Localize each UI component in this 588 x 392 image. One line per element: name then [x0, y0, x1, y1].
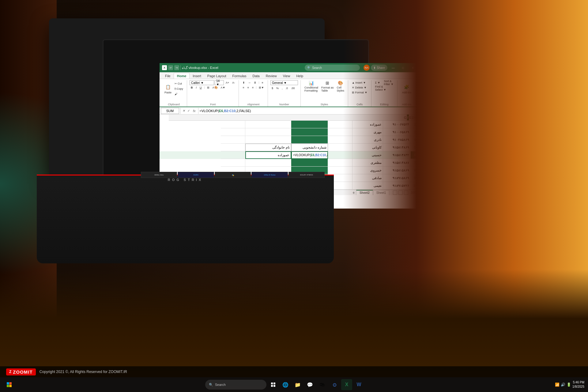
clipboard-row: 📋 Paste ✂ Cut ⎘ Copy: [163, 80, 184, 97]
cell-g3[interactable]: [221, 128, 245, 136]
font-color-button[interactable]: A▼: [220, 85, 227, 90]
format-as-table-button[interactable]: ⊞ Format asTable: [320, 80, 335, 92]
bold-button[interactable]: B: [190, 85, 194, 90]
font-family-dropdown[interactable]: Calibri ▼: [190, 80, 214, 85]
align-right-button[interactable]: ≡: [251, 85, 255, 90]
spec-bar: 300Hz 3ms AURA 🎭 100w AI Noise DOLBY ATM…: [141, 172, 325, 178]
tab-insert[interactable]: Insert: [190, 73, 204, 79]
formula-divider2: [198, 108, 198, 114]
cell-e3[interactable]: [291, 128, 328, 136]
cell-e2[interactable]: [291, 121, 328, 128]
tab-home[interactable]: Home: [174, 73, 190, 79]
taskbar: 🔍 Search 🌐 📁 💬 🛍 ⊙ X W 📶 🔊 🔋 5:46 PM 1/8…: [0, 377, 588, 392]
separator: [259, 81, 259, 84]
zoomit-brand-text: ZOOMIT: [13, 369, 32, 375]
redo-btn[interactable]: ↪: [174, 65, 179, 70]
cut-button[interactable]: ✂ Cut: [173, 81, 184, 86]
zoomit-z-icon: Z: [9, 370, 12, 374]
paste-label: Paste: [164, 91, 172, 94]
taskbar-search-bar[interactable]: 🔍 Search: [205, 380, 266, 390]
cell-g2[interactable]: [221, 121, 245, 128]
tab-formulas[interactable]: Formulas: [229, 73, 250, 79]
number-label: Number: [270, 102, 298, 107]
tab-file[interactable]: File: [162, 73, 174, 79]
cell-f7[interactable]: [245, 159, 291, 167]
border-button[interactable]: ⊞: [206, 85, 211, 90]
edge-icon[interactable]: 🌐: [280, 379, 291, 390]
cell-f3[interactable]: [245, 128, 291, 136]
italic-button[interactable]: I: [195, 85, 198, 90]
confirm-formula-icon[interactable]: ✓: [187, 109, 190, 112]
align-top-button[interactable]: ⬆: [241, 80, 246, 85]
svg-rect-6: [271, 385, 273, 387]
paste-button[interactable]: 📋 Paste: [163, 80, 173, 97]
cell-g5[interactable]: [221, 144, 245, 151]
cell-e4[interactable]: [291, 136, 328, 144]
formula-arg1: E6: [219, 109, 223, 113]
copy-label: Copy: [177, 87, 183, 90]
cell-g6[interactable]: [221, 151, 245, 159]
percent-button[interactable]: %: [275, 86, 280, 91]
align-left-button[interactable]: ≡: [241, 85, 245, 90]
decrease-font-button[interactable]: A-: [231, 80, 236, 85]
fill-color-button[interactable]: A🎨: [211, 85, 219, 90]
underline-button[interactable]: U: [198, 85, 203, 90]
font-row1: Calibri ▼ 14 ▼ A+ A-: [190, 80, 236, 85]
battery-icon: 🔋: [567, 383, 571, 387]
cell-f2[interactable]: [245, 121, 291, 128]
copy-button[interactable]: ⎘ Copy: [173, 86, 184, 91]
excel-taskbar-icon[interactable]: X: [341, 379, 352, 390]
taskbar-search-text: Search: [215, 383, 226, 386]
increase-font-button[interactable]: A+: [224, 80, 230, 85]
paste-icon: 📋: [165, 84, 172, 90]
zoomit-logo: Z ZOOMIT: [6, 368, 36, 375]
decrease-decimal-button[interactable]: .00: [290, 86, 296, 91]
cancel-formula-icon[interactable]: ✕: [182, 109, 186, 112]
font-size-dropdown[interactable]: 14 ▼: [215, 80, 224, 85]
undo-btn[interactable]: ↩: [168, 65, 173, 70]
cell-f6-result[interactable]: عموزاده: [245, 151, 291, 159]
store-icon[interactable]: 🛍: [317, 379, 328, 390]
word-taskbar-icon[interactable]: W: [353, 379, 364, 390]
cell-e5-header[interactable]: شماره دانشجویی: [291, 144, 328, 151]
cond-format-icon: 📊: [308, 81, 315, 85]
file-explorer-icon[interactable]: 📁: [292, 379, 303, 390]
number-row: $ % , .0 .00: [270, 86, 298, 91]
increase-decimal-button[interactable]: .0: [285, 86, 289, 91]
clipboard-label: Clipboard: [163, 102, 184, 107]
font-row2: B I U ⊞ A🎨 A▼: [190, 85, 236, 90]
chrome-icon[interactable]: ⊙: [329, 379, 340, 390]
align-middle-button[interactable]: ↔: [247, 80, 252, 85]
align-bottom-button[interactable]: ⬇: [253, 80, 258, 85]
fx-label: fx: [192, 109, 197, 113]
currency-button[interactable]: $: [270, 86, 274, 91]
number-format-dropdown[interactable]: General ▼: [270, 80, 298, 85]
merge-button[interactable]: ⊞▼: [258, 85, 265, 90]
align-row1: ⬆ ↔ ⬇ ≡: [241, 80, 265, 85]
divider: [180, 65, 181, 70]
cell-g4[interactable]: [221, 136, 245, 144]
wrap-text-button[interactable]: ≡: [260, 80, 264, 85]
name-box[interactable]: [161, 108, 179, 114]
align-center-button[interactable]: ≡: [246, 85, 250, 90]
cell-f4[interactable]: [245, 136, 291, 144]
cell-e7[interactable]: [291, 159, 328, 167]
laptop-body: X ↩ ↪ گ\ه vlookup.xlsx - Excel 🔍 Search …: [49, 18, 325, 178]
teams-icon[interactable]: 💬: [304, 379, 315, 390]
cell-e6-formula[interactable]: =VLOOKUP(E6,B2:C10,2,FALSE): [291, 151, 328, 159]
alignment-label: Alignment: [241, 102, 265, 107]
format-painter-button[interactable]: 🖌: [173, 92, 184, 96]
windows-start-button[interactable]: [4, 379, 15, 390]
tab-pagelayout[interactable]: Page Layout: [204, 73, 229, 79]
tab-data[interactable]: Data: [249, 73, 262, 79]
cell-g7[interactable]: [221, 159, 245, 167]
tab-view[interactable]: View: [280, 73, 293, 79]
cell-f5-header[interactable]: نام خانوادگی: [245, 144, 291, 151]
separator: [256, 86, 256, 89]
conditional-formatting-button[interactable]: 📊 ConditionalFormatting: [303, 80, 319, 92]
comma-button[interactable]: ,: [281, 86, 284, 91]
svg-rect-4: [271, 383, 273, 384]
tab-review[interactable]: Review: [263, 73, 280, 79]
task-view-button[interactable]: [268, 379, 279, 390]
tab-help[interactable]: Help: [293, 73, 306, 79]
